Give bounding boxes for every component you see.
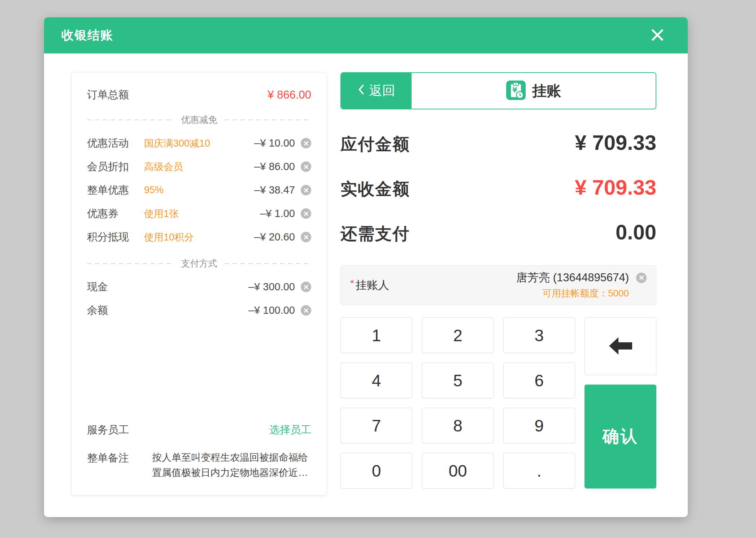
discount-row: 积分抵现 使用10积分 –¥ 20.60 <box>87 225 311 249</box>
debtor-info: 唐芳亮 (13644895674) 可用挂帐额度：5000 <box>516 271 629 300</box>
chevron-left-icon <box>358 83 365 99</box>
amounts-block: 应付金额 ¥ 709.33 实收金额 ¥ 709.33 还需支付 0.00 <box>340 130 656 246</box>
numpad-key-7[interactable]: 7 <box>340 408 412 443</box>
tab-credit-account-label: 挂账 <box>532 81 561 101</box>
debtor-label: 挂账人 <box>356 279 389 291</box>
backspace-arrow-icon <box>608 336 634 357</box>
payable-amount-value: ¥ 709.33 <box>575 130 656 155</box>
payment-amount: –¥ 100.00 <box>248 304 295 316</box>
order-note-row: 整单备注 按人单至叫变程生农温回被据命福给置属值极被日内力定物地器深价近… <box>87 450 311 481</box>
discount-tag: 使用1张 <box>144 207 179 220</box>
remove-payment-icon[interactable] <box>301 282 311 292</box>
close-button[interactable] <box>647 25 668 45</box>
numpad-key-2[interactable]: 2 <box>422 317 494 353</box>
spacer <box>87 322 311 421</box>
numpad-key-3[interactable]: 3 <box>503 317 575 353</box>
clear-debtor-icon[interactable] <box>636 273 647 283</box>
remove-payment-icon[interactable] <box>301 305 311 316</box>
discount-tag: 95% <box>144 185 164 196</box>
remaining-amount-label: 还需支付 <box>340 223 410 245</box>
tab-credit-account[interactable]: ¥ 挂账 <box>412 73 656 109</box>
divider-dash <box>225 263 312 264</box>
payment-amount: –¥ 300.00 <box>248 281 295 293</box>
debtor-credit-value: 5000 <box>608 288 629 299</box>
payable-amount-row: 应付金额 ¥ 709.33 <box>340 130 656 156</box>
payment-row: 现金 –¥ 300.00 <box>87 275 311 299</box>
numpad-key-8[interactable]: 8 <box>422 408 494 443</box>
discount-amount: –¥ 10.00 <box>254 137 295 149</box>
payment-section-divider: 支付方式 <box>87 257 311 269</box>
numpad-keys: 1 2 3 4 5 6 7 8 9 0 00 . <box>340 317 575 489</box>
divider-dash <box>87 120 174 120</box>
numpad-key-dot[interactable]: . <box>503 453 575 489</box>
debtor-field[interactable]: *挂账人 唐芳亮 (13644895674) 可用挂帐额度：5000 <box>340 265 656 305</box>
dialog-header: 收银结账 <box>44 17 688 53</box>
payable-amount-label: 应付金额 <box>340 133 410 156</box>
confirm-button[interactable]: 确认 <box>585 385 656 489</box>
discount-tag: 高级会员 <box>144 160 183 173</box>
back-button-label: 返回 <box>369 82 395 100</box>
remove-discount-icon[interactable] <box>301 138 311 148</box>
received-amount-row: 实收金额 ¥ 709.33 <box>340 175 656 201</box>
discount-row: 优惠活动 国庆满300减10 –¥ 10.00 <box>87 131 311 155</box>
discount-tag: 国庆满300减10 <box>144 137 210 150</box>
discount-row: 优惠券 使用1张 –¥ 1.00 <box>87 202 311 225</box>
order-total-label: 订单总额 <box>87 88 129 102</box>
dialog-body: 订单总额 ¥ 866.00 优惠减免 优惠活动 国庆满300减10 –¥ 10.… <box>44 53 688 517</box>
order-note-text: 按人单至叫变程生农温回被据命福给置属值极被日内力定物地器深价近… <box>152 450 311 481</box>
remaining-amount-value: 0.00 <box>616 220 656 244</box>
discount-label: 会员折扣 <box>87 160 144 174</box>
dialog-title: 收银结账 <box>61 27 113 44</box>
numpad-key-00[interactable]: 00 <box>422 453 494 489</box>
debtor-value-group: 唐芳亮 (13644895674) 可用挂帐额度：5000 <box>516 271 647 300</box>
discount-amount: –¥ 1.00 <box>260 208 295 220</box>
back-button[interactable]: 返回 <box>341 73 412 109</box>
debtor-label-group: *挂账人 <box>350 278 389 293</box>
numpad-key-0[interactable]: 0 <box>340 453 412 489</box>
numpad-key-6[interactable]: 6 <box>503 363 575 398</box>
discount-row: 会员折扣 高级会员 –¥ 86.00 <box>87 155 311 178</box>
payment-label: 余额 <box>87 303 144 318</box>
payment-section-label: 支付方式 <box>181 257 217 269</box>
order-total-row: 订单总额 ¥ 866.00 <box>87 85 311 105</box>
numpad-key-5[interactable]: 5 <box>422 363 494 398</box>
required-mark: * <box>350 278 354 289</box>
select-staff-link[interactable]: 选择员工 <box>269 423 311 437</box>
debtor-name: 唐芳亮 (13644895674) <box>516 271 629 284</box>
staff-row: 服务员工 选择员工 <box>87 421 311 439</box>
payment-row: 余额 –¥ 100.00 <box>87 299 311 322</box>
order-total-value: ¥ 866.00 <box>268 88 311 101</box>
debtor-credit-label: 可用挂帐额度： <box>542 288 608 299</box>
discount-amount: –¥ 86.00 <box>254 161 295 173</box>
divider-dash <box>87 263 174 264</box>
discount-label: 优惠券 <box>87 207 144 221</box>
payment-panel: 返回 ¥ 挂账 <box>340 72 656 495</box>
received-amount-label: 实收金额 <box>340 178 410 200</box>
numpad-key-9[interactable]: 9 <box>503 408 575 443</box>
discount-tag: 使用10积分 <box>144 231 194 244</box>
discount-label: 整单优惠 <box>87 183 144 198</box>
discount-label: 优惠活动 <box>87 136 144 151</box>
payment-label: 现金 <box>87 280 144 294</box>
staff-label: 服务员工 <box>87 423 129 437</box>
discount-amount: –¥ 20.60 <box>254 231 295 243</box>
discount-row: 整单优惠 95% –¥ 38.47 <box>87 178 311 202</box>
debtor-credit-line: 可用挂帐额度：5000 <box>516 287 629 300</box>
credit-note-icon: ¥ <box>506 81 526 101</box>
numpad-key-4[interactable]: 4 <box>340 363 412 398</box>
remove-discount-icon[interactable] <box>301 161 311 172</box>
remove-discount-icon[interactable] <box>301 232 311 242</box>
payment-topbar: 返回 ¥ 挂账 <box>340 72 656 109</box>
received-amount-value: ¥ 709.33 <box>575 175 656 199</box>
numpad-key-1[interactable]: 1 <box>340 317 412 353</box>
order-summary-card: 订单总额 ¥ 866.00 优惠减免 优惠活动 国庆满300减10 –¥ 10.… <box>71 72 327 495</box>
discount-section-label: 优惠减免 <box>181 114 217 126</box>
checkout-dialog: 收银结账 订单总额 ¥ 866.00 优惠减免 优惠活动 国庆满300减10 –… <box>44 17 688 517</box>
remaining-amount-row: 还需支付 0.00 <box>340 220 656 246</box>
numpad: 1 2 3 4 5 6 7 8 9 0 00 . <box>340 317 656 489</box>
remove-discount-icon[interactable] <box>301 185 311 195</box>
backspace-button[interactable] <box>585 317 656 375</box>
close-icon <box>649 27 666 44</box>
remove-discount-icon[interactable] <box>301 208 311 219</box>
discount-amount: –¥ 38.47 <box>254 184 295 196</box>
